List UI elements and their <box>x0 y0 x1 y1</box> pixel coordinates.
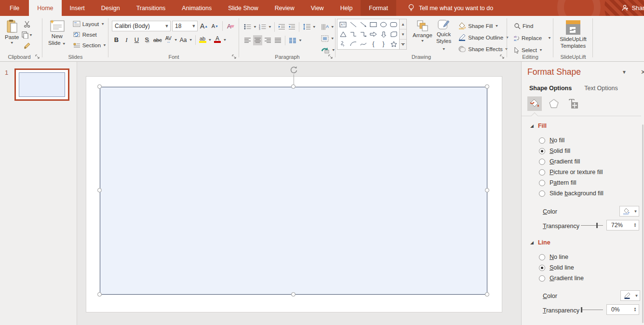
decrease-indent-button[interactable] <box>277 22 286 32</box>
tab-file[interactable]: File <box>0 0 29 16</box>
slider-thumb[interactable] <box>596 223 598 228</box>
text-direction-button[interactable]: A▼ <box>320 22 336 32</box>
fill-transparency-spinner[interactable]: ▲▼ <box>631 223 639 228</box>
tab-shape-options[interactable]: Shape Options <box>529 85 572 92</box>
slide-1-thumbnail[interactable] <box>14 68 69 101</box>
find-button[interactable]: Find <box>512 21 553 31</box>
cut-button[interactable] <box>21 19 33 29</box>
shape-rounded-rectangle-icon[interactable] <box>389 20 399 29</box>
font-family-combobox[interactable]: Calibri (Body) ▼ <box>112 21 171 31</box>
bullets-button[interactable] <box>243 22 252 32</box>
underline-button[interactable]: U <box>132 35 141 45</box>
line-color-picker[interactable]: ▼ <box>620 290 640 301</box>
reset-button[interactable]: Reset <box>71 29 108 40</box>
character-spacing-button[interactable]: AV↔ <box>164 35 173 45</box>
gallery-scroll-down-button[interactable]: ▼ <box>400 29 406 40</box>
panel-options-caret[interactable]: ▼ <box>622 69 627 75</box>
size-and-properties-icon[interactable] <box>566 96 580 111</box>
change-case-button[interactable]: Aa <box>179 35 188 45</box>
shape-triangle-icon[interactable] <box>338 29 348 39</box>
tab-slide-show[interactable]: Slide Show <box>220 0 267 16</box>
shape-down-arrow-icon[interactable] <box>378 29 389 39</box>
line-transparency-slider[interactable] <box>581 307 603 312</box>
line-spacing-button[interactable] <box>302 22 311 32</box>
resize-handle-bottom-left[interactable] <box>97 292 102 297</box>
align-right-button[interactable] <box>263 35 272 45</box>
align-left-button[interactable] <box>243 35 252 45</box>
shape-effects-button[interactable]: Shape Effects ▼ <box>456 44 511 54</box>
line-transparency-spinbox[interactable]: 0% ▲▼ <box>606 304 639 315</box>
resize-handle-top-right[interactable] <box>485 84 489 89</box>
drawing-dialog-launcher[interactable] <box>499 54 505 59</box>
italic-button[interactable]: I <box>122 35 131 45</box>
shape-arc-icon[interactable] <box>348 39 358 49</box>
radio-pattern-fill[interactable]: Pattern fill <box>539 178 577 187</box>
resize-handle-bottom-center[interactable] <box>291 292 295 297</box>
paragraph-dialog-launcher[interactable] <box>328 54 333 59</box>
panel-close-icon[interactable]: ✕ <box>641 68 644 76</box>
resize-handle-top-left[interactable] <box>97 84 102 89</box>
shape-left-brace-icon[interactable]: { <box>368 39 378 49</box>
shape-snip-corner-icon[interactable] <box>389 29 399 39</box>
decrease-font-size-button[interactable]: A▼ <box>210 21 219 31</box>
shape-right-arrow-icon[interactable] <box>368 29 378 39</box>
selected-rectangle-shape[interactable] <box>100 87 487 295</box>
clipboard-dialog-launcher[interactable] <box>35 54 40 59</box>
resize-handle-middle-left[interactable] <box>97 188 102 192</box>
tab-text-options[interactable]: Text Options <box>584 85 617 92</box>
radio-slide-background-fill[interactable]: Slide background fill <box>539 189 604 198</box>
effects-icon[interactable] <box>547 96 561 111</box>
font-color-button[interactable]: A <box>213 35 222 45</box>
shape-line-icon[interactable] <box>348 20 358 29</box>
bold-button[interactable]: B <box>112 35 121 45</box>
increase-indent-button[interactable] <box>287 22 296 32</box>
tab-insert[interactable]: Insert <box>62 0 93 16</box>
format-painter-button[interactable] <box>21 41 33 51</box>
panel-scrollbar[interactable] <box>642 124 644 323</box>
fill-section-header[interactable]: ◢ Fill <box>530 122 547 129</box>
tab-view[interactable]: View <box>303 0 332 16</box>
slider-thumb[interactable] <box>581 307 582 312</box>
replace-button[interactable]: abac Replace ▼ <box>512 33 553 43</box>
shape-outline-button[interactable]: Shape Outline ▼ <box>456 32 511 42</box>
clear-formatting-button[interactable]: A <box>226 21 235 31</box>
fill-transparency-spinbox[interactable]: 72% ▲▼ <box>606 220 639 230</box>
convert-to-smartart-button[interactable]: ▼ <box>320 45 336 55</box>
columns-button[interactable] <box>288 35 297 45</box>
copy-button[interactable]: ▼ <box>21 30 33 40</box>
shape-arrow-icon[interactable] <box>358 20 368 29</box>
shape-textbox-icon[interactable]: A <box>338 20 348 29</box>
section-button[interactable]: Section ▼ <box>71 40 108 50</box>
fill-and-line-icon[interactable] <box>527 96 542 111</box>
resize-handle-bottom-right[interactable] <box>485 292 489 297</box>
align-center-button[interactable] <box>253 35 262 45</box>
radio-solid-fill[interactable]: Solid fill <box>539 147 570 155</box>
arrange-button[interactable]: Arrange ▼ <box>411 18 434 52</box>
shape-oval-icon[interactable] <box>378 20 389 29</box>
font-size-combobox[interactable]: 18 ▼ <box>172 21 198 31</box>
tab-animations[interactable]: Animations <box>174 0 220 16</box>
numbering-button[interactable]: 123 <box>258 22 267 32</box>
align-text-button[interactable]: ▼ <box>320 33 336 43</box>
tab-help[interactable]: Help <box>332 0 361 16</box>
radio-gradient-line[interactable]: Gradient line <box>539 274 584 283</box>
tell-me-box[interactable]: Tell me what you want to do <box>408 0 493 16</box>
radio-picture-fill[interactable]: Picture or texture fill <box>539 168 603 176</box>
tab-review[interactable]: Review <box>267 0 303 16</box>
text-shadow-button[interactable]: S <box>142 35 151 45</box>
radio-gradient-fill[interactable]: Gradient fill <box>539 157 580 166</box>
radio-solid-line[interactable]: Solid line <box>539 263 574 272</box>
tab-format[interactable]: Format <box>361 0 396 16</box>
radio-no-fill[interactable]: No fill <box>539 136 564 145</box>
rotation-handle[interactable] <box>289 65 298 75</box>
justify-button[interactable] <box>273 35 282 45</box>
shape-rectangle-icon[interactable] <box>368 20 378 29</box>
fill-transparency-slider[interactable] <box>581 223 603 228</box>
shape-scribble-icon[interactable] <box>338 39 348 49</box>
line-transparency-spinner[interactable]: ▲▼ <box>631 307 639 312</box>
fill-color-picker[interactable]: ▼ <box>619 206 639 217</box>
highlight-color-button[interactable]: ab <box>198 35 207 45</box>
slide-canvas[interactable] <box>77 62 521 325</box>
tab-home[interactable]: Home <box>29 0 61 16</box>
line-section-header[interactable]: ◢ Line <box>530 239 550 246</box>
